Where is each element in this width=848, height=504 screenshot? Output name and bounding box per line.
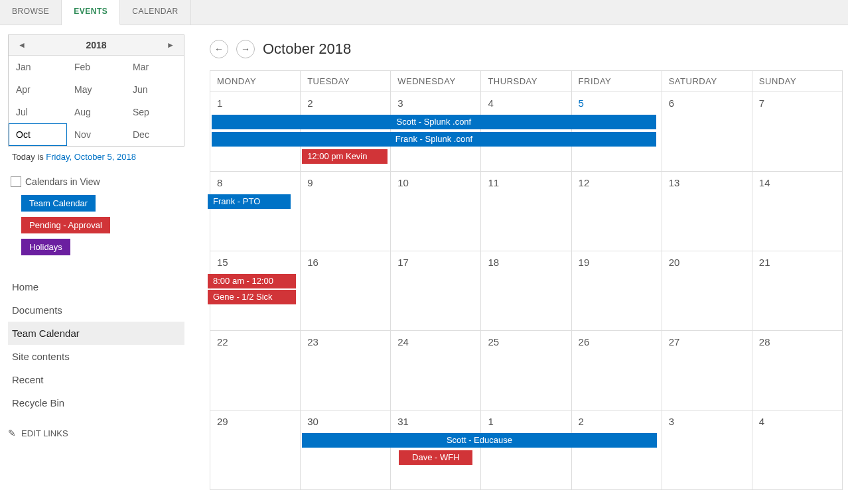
event-gene-time[interactable]: 8:00 am - 12:00 bbox=[208, 274, 296, 288]
event-frank-splunk[interactable]: Frank - Splunk .conf bbox=[212, 132, 656, 147]
day-cell[interactable]: 9 bbox=[301, 172, 391, 251]
next-month-button[interactable]: → bbox=[236, 40, 255, 58]
event-frank-pto[interactable]: Frank - PTO bbox=[208, 194, 291, 209]
mini-next-year[interactable]: ► bbox=[163, 39, 178, 51]
day-cell[interactable]: 12 bbox=[572, 172, 662, 251]
day-cell[interactable]: 27 bbox=[662, 331, 752, 410]
day-cell[interactable]: 19 bbox=[572, 251, 662, 331]
day-cell[interactable]: 28 bbox=[752, 331, 843, 410]
month-oct[interactable]: Oct bbox=[9, 123, 67, 146]
day-cell[interactable]: 4 bbox=[752, 410, 843, 490]
dayhead-thu: THURSDAY bbox=[481, 71, 571, 92]
day-cell[interactable]: 8 Frank - PTO bbox=[210, 172, 301, 251]
edit-links[interactable]: ✎ EDIT LINKS bbox=[8, 428, 184, 438]
nav-documents[interactable]: Documents bbox=[8, 298, 184, 322]
day-cell[interactable]: 14 bbox=[752, 172, 843, 251]
event-dave-wfh[interactable]: Dave - WFH bbox=[399, 450, 472, 465]
calendar-grid: MONDAY TUESDAY WEDNESDAY THURSDAY FRIDAY… bbox=[210, 70, 843, 490]
event-kevin[interactable]: 12:00 pm Kevin bbox=[302, 149, 388, 164]
nav-team-calendar[interactable]: Team Calendar bbox=[8, 322, 184, 345]
month-aug[interactable]: Aug bbox=[67, 101, 125, 123]
day-cell[interactable]: 10 bbox=[391, 172, 481, 251]
day-cell[interactable]: 22 bbox=[210, 331, 301, 410]
month-apr[interactable]: Apr bbox=[9, 78, 67, 101]
day-cell[interactable]: 7 bbox=[752, 92, 843, 172]
pencil-icon: ✎ bbox=[8, 428, 16, 438]
dayhead-sat: SATURDAY bbox=[662, 71, 752, 92]
chip-team-calendar[interactable]: Team Calendar bbox=[21, 195, 96, 212]
month-mar[interactable]: Mar bbox=[125, 56, 184, 78]
month-jan[interactable]: Jan bbox=[9, 56, 67, 78]
month-jun[interactable]: Jun bbox=[125, 78, 184, 101]
day-cell[interactable]: 26 bbox=[572, 331, 662, 410]
top-tabs: BROWSE EVENTS CALENDAR bbox=[0, 0, 848, 25]
day-cell[interactable]: 15 8:00 am - 12:00 Gene - 1/2 Sick bbox=[210, 251, 301, 331]
calendar-main: ← → October 2018 MONDAY TUESDAY WEDNESDA… bbox=[192, 25, 848, 490]
site-nav: Home Documents Team Calendar Site conten… bbox=[8, 275, 184, 414]
calendar-icon bbox=[11, 176, 21, 187]
day-cell[interactable]: 1 Scott - Splunk .conf Frank - Splunk .c… bbox=[210, 92, 301, 172]
day-cell[interactable]: 31 Dave - WFH bbox=[391, 410, 481, 490]
month-feb[interactable]: Feb bbox=[67, 56, 125, 78]
day-cell[interactable]: 25 bbox=[481, 331, 571, 410]
dayhead-fri: FRIDAY bbox=[572, 71, 662, 92]
today-link[interactable]: Friday, October 5, 2018 bbox=[46, 152, 136, 162]
day-cell[interactable]: 2 bbox=[572, 410, 662, 490]
month-may[interactable]: May bbox=[67, 78, 125, 101]
dayhead-wed: WEDNESDAY bbox=[391, 71, 481, 92]
mini-year: 2018 bbox=[86, 40, 106, 50]
today-cell: 5 bbox=[572, 95, 662, 111]
day-cell[interactable]: 6 bbox=[662, 92, 752, 172]
chip-holidays[interactable]: Holidays bbox=[21, 239, 70, 255]
day-cell[interactable]: 23 bbox=[301, 331, 391, 410]
mini-calendar: ◄ 2018 ► Jan Feb Mar Apr May Jun Jul Aug… bbox=[8, 34, 184, 147]
month-jul[interactable]: Jul bbox=[9, 101, 67, 123]
tab-events[interactable]: EVENTS bbox=[62, 0, 120, 25]
nav-recycle-bin[interactable]: Recycle Bin bbox=[8, 391, 184, 414]
day-cell[interactable]: 1 bbox=[481, 410, 571, 490]
today-text: Today is Friday, October 5, 2018 bbox=[8, 147, 184, 167]
day-cell[interactable]: 16 bbox=[301, 251, 391, 331]
nav-home[interactable]: Home bbox=[8, 275, 184, 298]
day-cell[interactable]: 18 bbox=[481, 251, 571, 331]
day-cell[interactable]: 13 bbox=[662, 172, 752, 251]
event-gene-sick[interactable]: Gene - 1/2 Sick bbox=[208, 290, 296, 304]
sidebar: ◄ 2018 ► Jan Feb Mar Apr May Jun Jul Aug… bbox=[0, 25, 192, 490]
month-nov[interactable]: Nov bbox=[67, 123, 125, 146]
day-cell[interactable]: 3 bbox=[662, 410, 752, 490]
month-dec[interactable]: Dec bbox=[125, 123, 184, 146]
month-sep[interactable]: Sep bbox=[125, 101, 184, 123]
event-scott-educause[interactable]: Scott - Educause bbox=[302, 433, 657, 448]
day-cell[interactable]: 20 bbox=[662, 251, 752, 331]
mini-months-grid: Jan Feb Mar Apr May Jun Jul Aug Sep Oct … bbox=[9, 56, 184, 146]
day-cell[interactable]: 11 bbox=[481, 172, 571, 251]
day-cell[interactable]: 24 bbox=[391, 331, 481, 410]
dayhead-tue: TUESDAY bbox=[301, 71, 391, 92]
calendars-in-view-header: Calendars in View bbox=[11, 176, 182, 187]
tab-browse[interactable]: BROWSE bbox=[0, 0, 62, 25]
prev-month-button[interactable]: ← bbox=[210, 40, 228, 58]
event-scott-splunk[interactable]: Scott - Splunk .conf bbox=[212, 115, 656, 129]
dayhead-mon: MONDAY bbox=[210, 71, 301, 92]
chip-pending-approval[interactable]: Pending - Approval bbox=[21, 217, 110, 233]
month-title: October 2018 bbox=[263, 40, 351, 58]
day-cell[interactable]: 29 bbox=[210, 410, 301, 490]
day-cell[interactable]: 30 Scott - Educause bbox=[301, 410, 391, 490]
dayhead-sun: SUNDAY bbox=[752, 71, 843, 92]
nav-recent[interactable]: Recent bbox=[8, 368, 184, 391]
day-cell[interactable]: 21 bbox=[752, 251, 843, 331]
mini-prev-year[interactable]: ◄ bbox=[14, 39, 30, 51]
day-cell[interactable]: 17 bbox=[391, 251, 481, 331]
nav-site-contents[interactable]: Site contents bbox=[8, 345, 184, 368]
tab-calendar[interactable]: CALENDAR bbox=[120, 0, 190, 25]
